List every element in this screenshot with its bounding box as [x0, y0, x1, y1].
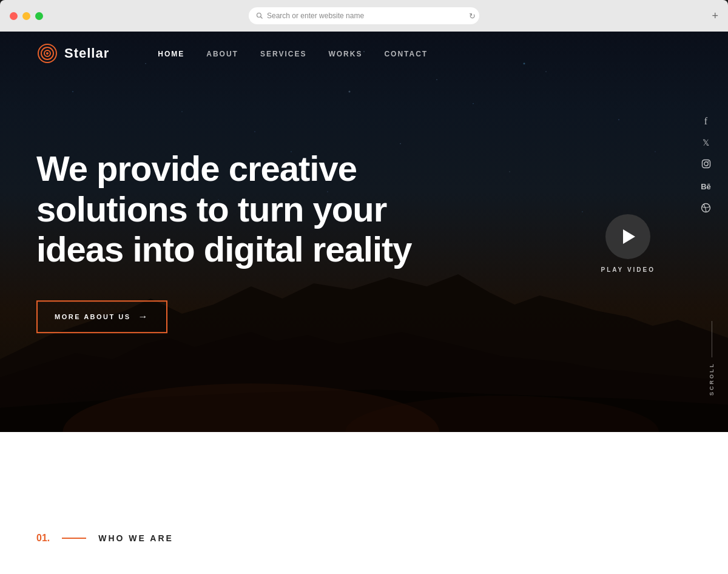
svg-line-1: [261, 17, 263, 19]
nav-home[interactable]: HOME: [158, 50, 184, 58]
hero-content: We provide creative solutions to turn yo…: [36, 149, 473, 333]
nav-contact[interactable]: CONTACT: [384, 50, 428, 58]
svg-point-13: [707, 161, 709, 163]
play-label: PLAY VIDEO: [601, 266, 655, 273]
svg-point-0: [257, 13, 261, 18]
play-video-button[interactable]: PLAY VIDEO: [601, 214, 655, 273]
svg-rect-11: [702, 160, 710, 168]
cta-button[interactable]: MORE ABOUT US →: [36, 300, 167, 333]
logo[interactable]: Stellar: [36, 42, 109, 64]
arrow-right-icon: →: [138, 311, 150, 322]
svg-point-12: [704, 162, 707, 166]
browser-chrome: Search or enter website name ↻ +: [0, 0, 728, 32]
section-divider: [62, 538, 86, 539]
play-btn-circle: [605, 214, 650, 259]
dribbble-icon[interactable]: [701, 203, 711, 215]
logo-text: Stellar: [64, 46, 109, 61]
play-triangle-icon: [623, 229, 635, 244]
address-bar[interactable]: Search or enter website name ↻: [249, 7, 479, 24]
nav-about[interactable]: ABOUT: [206, 50, 238, 58]
svg-point-10: [46, 52, 49, 55]
scroll-indicator: SCROLL: [709, 321, 715, 396]
nav-links: HOME ABOUT SERVICES WORKS CONTACT: [158, 48, 428, 59]
scroll-line: [712, 321, 712, 357]
navbar: Stellar HOME ABOUT SERVICES WORKS CONTAC…: [0, 32, 728, 75]
nav-works[interactable]: WORKS: [328, 50, 362, 58]
instagram-icon[interactable]: [701, 159, 711, 171]
scroll-text: SCROLL: [709, 362, 715, 396]
hero-section: Stellar HOME ABOUT SERVICES WORKS CONTAC…: [0, 32, 728, 432]
nav-services[interactable]: SERVICES: [260, 50, 306, 58]
website-content: Stellar HOME ABOUT SERVICES WORKS CONTAC…: [0, 32, 728, 574]
logo-icon: [36, 42, 58, 64]
traffic-lights: [10, 12, 43, 20]
new-tab-button[interactable]: +: [712, 10, 718, 22]
hero-headline: We provide creative solutions to turn yo…: [36, 149, 473, 270]
social-icons: f 𝕏 Bē: [701, 116, 711, 215]
reload-icon[interactable]: ↻: [469, 12, 476, 21]
section-tag: 01. WHO WE ARE: [36, 533, 174, 544]
section-title: WHO WE ARE: [98, 533, 174, 543]
facebook-icon[interactable]: f: [704, 116, 707, 126]
maximize-button[interactable]: [35, 12, 43, 20]
behance-icon[interactable]: Bē: [701, 183, 711, 191]
address-text: Search or enter website name: [267, 12, 364, 20]
cta-label: MORE ABOUT US: [55, 313, 131, 320]
search-icon: [256, 12, 263, 19]
minimize-button[interactable]: [22, 12, 30, 20]
twitter-icon[interactable]: 𝕏: [703, 138, 709, 147]
bottom-section: 01. WHO WE ARE: [0, 432, 728, 574]
section-number: 01.: [36, 533, 50, 544]
close-button[interactable]: [10, 12, 18, 20]
